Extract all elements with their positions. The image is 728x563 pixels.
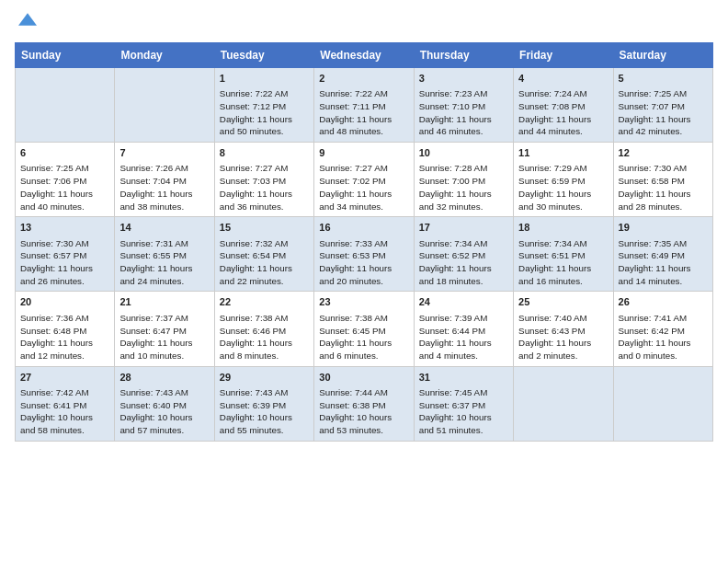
logo-icon (18, 13, 37, 26)
week-row-5: 27Sunrise: 7:42 AM Sunset: 6:41 PM Dayli… (16, 366, 713, 441)
day-info: Sunrise: 7:36 AM Sunset: 6:48 PM Dayligh… (20, 312, 109, 362)
day-number: 15 (220, 221, 309, 235)
day-number: 24 (419, 295, 508, 309)
calendar-cell: 5Sunrise: 7:25 AM Sunset: 7:07 PM Daylig… (613, 67, 712, 142)
header-thursday: Thursday (414, 42, 513, 67)
page-header (15, 15, 713, 33)
calendar-cell: 23Sunrise: 7:38 AM Sunset: 6:45 PM Dayli… (314, 292, 414, 366)
week-row-4: 20Sunrise: 7:36 AM Sunset: 6:48 PM Dayli… (16, 292, 713, 366)
svg-marker-0 (18, 13, 37, 25)
calendar-cell: 14Sunrise: 7:31 AM Sunset: 6:55 PM Dayli… (115, 217, 214, 292)
day-info: Sunrise: 7:30 AM Sunset: 6:57 PM Dayligh… (20, 237, 109, 288)
day-number: 13 (20, 221, 109, 235)
logo (15, 15, 37, 33)
calendar-cell: 3Sunrise: 7:23 AM Sunset: 7:10 PM Daylig… (414, 67, 513, 142)
week-row-3: 13Sunrise: 7:30 AM Sunset: 6:57 PM Dayli… (16, 217, 713, 292)
day-number: 29 (220, 371, 309, 385)
calendar-cell: 18Sunrise: 7:34 AM Sunset: 6:51 PM Dayli… (514, 217, 613, 292)
day-info: Sunrise: 7:38 AM Sunset: 6:45 PM Dayligh… (319, 312, 408, 362)
day-number: 8 (220, 146, 309, 160)
header-wednesday: Wednesday (314, 42, 414, 67)
day-number: 21 (119, 295, 209, 309)
day-info: Sunrise: 7:38 AM Sunset: 6:46 PM Dayligh… (220, 312, 309, 362)
day-info: Sunrise: 7:25 AM Sunset: 7:07 PM Dayligh… (619, 87, 708, 138)
calendar-cell: 29Sunrise: 7:43 AM Sunset: 6:39 PM Dayli… (214, 366, 313, 441)
day-number: 18 (518, 221, 608, 235)
day-info: Sunrise: 7:23 AM Sunset: 7:10 PM Dayligh… (419, 87, 508, 138)
week-row-2: 6Sunrise: 7:25 AM Sunset: 7:06 PM Daylig… (16, 143, 713, 217)
day-number: 26 (619, 295, 708, 309)
calendar-cell: 16Sunrise: 7:33 AM Sunset: 6:53 PM Dayli… (314, 217, 414, 292)
day-info: Sunrise: 7:43 AM Sunset: 6:40 PM Dayligh… (119, 386, 209, 437)
calendar-cell (16, 67, 115, 142)
day-info: Sunrise: 7:44 AM Sunset: 6:38 PM Dayligh… (319, 386, 408, 437)
header-tuesday: Tuesday (214, 42, 313, 67)
calendar-cell (514, 366, 613, 441)
week-row-1: 1Sunrise: 7:22 AM Sunset: 7:12 PM Daylig… (16, 67, 713, 142)
calendar-cell: 8Sunrise: 7:27 AM Sunset: 7:03 PM Daylig… (214, 143, 313, 217)
calendar-cell: 31Sunrise: 7:45 AM Sunset: 6:37 PM Dayli… (414, 366, 513, 441)
day-number: 11 (518, 146, 608, 160)
calendar-cell: 11Sunrise: 7:29 AM Sunset: 6:59 PM Dayli… (514, 143, 613, 217)
calendar-cell: 21Sunrise: 7:37 AM Sunset: 6:47 PM Dayli… (115, 292, 214, 366)
day-number: 20 (20, 295, 109, 309)
calendar-cell: 17Sunrise: 7:34 AM Sunset: 6:52 PM Dayli… (414, 217, 513, 292)
day-info: Sunrise: 7:24 AM Sunset: 7:08 PM Dayligh… (518, 87, 608, 138)
calendar-cell: 19Sunrise: 7:35 AM Sunset: 6:49 PM Dayli… (613, 217, 712, 292)
calendar-cell: 25Sunrise: 7:40 AM Sunset: 6:43 PM Dayli… (514, 292, 613, 366)
day-number: 3 (419, 72, 508, 86)
calendar-cell: 7Sunrise: 7:26 AM Sunset: 7:04 PM Daylig… (115, 143, 214, 217)
day-number: 4 (518, 72, 608, 86)
calendar-cell: 28Sunrise: 7:43 AM Sunset: 6:40 PM Dayli… (115, 366, 214, 441)
day-info: Sunrise: 7:34 AM Sunset: 6:52 PM Dayligh… (419, 237, 508, 288)
day-info: Sunrise: 7:25 AM Sunset: 7:06 PM Dayligh… (20, 162, 109, 213)
day-number: 31 (419, 371, 508, 385)
day-info: Sunrise: 7:30 AM Sunset: 6:58 PM Dayligh… (619, 162, 708, 213)
calendar-cell: 13Sunrise: 7:30 AM Sunset: 6:57 PM Dayli… (16, 217, 115, 292)
calendar-cell: 15Sunrise: 7:32 AM Sunset: 6:54 PM Dayli… (214, 217, 313, 292)
day-number: 9 (319, 146, 408, 160)
calendar-cell: 6Sunrise: 7:25 AM Sunset: 7:06 PM Daylig… (16, 143, 115, 217)
day-info: Sunrise: 7:37 AM Sunset: 6:47 PM Dayligh… (119, 312, 209, 362)
header-monday: Monday (115, 42, 214, 67)
day-info: Sunrise: 7:27 AM Sunset: 7:02 PM Dayligh… (319, 162, 408, 213)
day-info: Sunrise: 7:29 AM Sunset: 6:59 PM Dayligh… (518, 162, 608, 213)
day-number: 22 (220, 295, 309, 309)
day-number: 17 (419, 221, 508, 235)
day-number: 30 (319, 371, 408, 385)
calendar-header-row: SundayMondayTuesdayWednesdayThursdayFrid… (16, 42, 713, 67)
day-number: 28 (119, 371, 209, 385)
day-info: Sunrise: 7:32 AM Sunset: 6:54 PM Dayligh… (220, 237, 309, 288)
calendar-cell: 20Sunrise: 7:36 AM Sunset: 6:48 PM Dayli… (16, 292, 115, 366)
day-info: Sunrise: 7:35 AM Sunset: 6:49 PM Dayligh… (619, 237, 708, 288)
day-info: Sunrise: 7:22 AM Sunset: 7:11 PM Dayligh… (319, 87, 408, 138)
day-number: 1 (220, 72, 309, 86)
day-info: Sunrise: 7:41 AM Sunset: 6:42 PM Dayligh… (619, 312, 708, 362)
header-sunday: Sunday (16, 42, 115, 67)
calendar-cell: 24Sunrise: 7:39 AM Sunset: 6:44 PM Dayli… (414, 292, 513, 366)
calendar-cell: 27Sunrise: 7:42 AM Sunset: 6:41 PM Dayli… (16, 366, 115, 441)
day-number: 10 (419, 146, 508, 160)
day-number: 23 (319, 295, 408, 309)
day-info: Sunrise: 7:45 AM Sunset: 6:37 PM Dayligh… (419, 386, 508, 437)
day-number: 27 (20, 371, 109, 385)
calendar-cell (115, 67, 214, 142)
calendar-cell (613, 366, 712, 441)
day-info: Sunrise: 7:26 AM Sunset: 7:04 PM Dayligh… (119, 162, 209, 213)
calendar-cell: 26Sunrise: 7:41 AM Sunset: 6:42 PM Dayli… (613, 292, 712, 366)
day-info: Sunrise: 7:43 AM Sunset: 6:39 PM Dayligh… (220, 386, 309, 437)
day-info: Sunrise: 7:27 AM Sunset: 7:03 PM Dayligh… (220, 162, 309, 213)
day-info: Sunrise: 7:34 AM Sunset: 6:51 PM Dayligh… (518, 237, 608, 288)
header-saturday: Saturday (613, 42, 712, 67)
day-number: 12 (619, 146, 708, 160)
day-number: 19 (619, 221, 708, 235)
header-friday: Friday (514, 42, 613, 67)
calendar-cell: 1Sunrise: 7:22 AM Sunset: 7:12 PM Daylig… (214, 67, 313, 142)
calendar-table: SundayMondayTuesdayWednesdayThursdayFrid… (15, 42, 713, 442)
day-info: Sunrise: 7:39 AM Sunset: 6:44 PM Dayligh… (419, 312, 508, 362)
day-info: Sunrise: 7:33 AM Sunset: 6:53 PM Dayligh… (319, 237, 408, 288)
day-number: 25 (518, 295, 608, 309)
day-number: 5 (619, 72, 708, 86)
day-info: Sunrise: 7:22 AM Sunset: 7:12 PM Dayligh… (220, 87, 309, 138)
day-number: 2 (319, 72, 408, 86)
